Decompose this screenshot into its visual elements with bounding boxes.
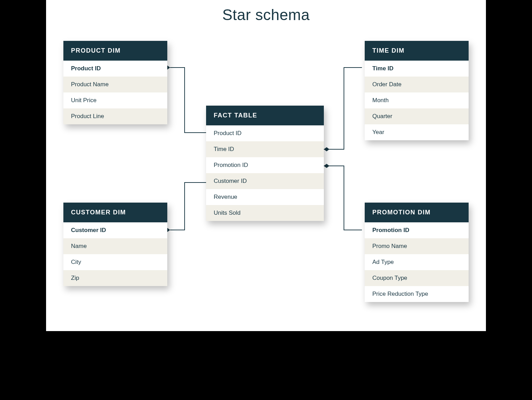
table-row: Product ID — [63, 61, 167, 77]
table-customer-dim: CUSTOMER DIM Customer ID Name City Zip — [63, 203, 167, 286]
table-row: Zip — [63, 270, 167, 286]
table-product-dim: PRODUCT DIM Product ID Product Name Unit… — [63, 41, 167, 124]
diagram-canvas: Star schema PRODUCT DIM Product ID Produ… — [46, 0, 486, 331]
table-row: Time ID — [365, 61, 469, 77]
table-row: Promo Name — [365, 238, 469, 254]
svg-marker-3 — [324, 164, 329, 168]
table-row: Product ID — [206, 125, 324, 141]
table-fact: FACT TABLE Product ID Time ID Promotion … — [206, 106, 324, 221]
table-row: Units Sold — [206, 205, 324, 221]
table-header: PRODUCT DIM — [63, 41, 167, 61]
table-header: FACT TABLE — [206, 106, 324, 125]
table-header: TIME DIM — [365, 41, 469, 61]
table-row: Month — [365, 92, 469, 108]
table-row: City — [63, 254, 167, 270]
table-row: Customer ID — [206, 173, 324, 189]
table-row: Customer ID — [63, 222, 167, 238]
table-row: Coupon Type — [365, 270, 469, 286]
diagram-title: Star schema — [46, 6, 486, 24]
table-row: Quarter — [365, 108, 469, 124]
table-row: Promotion ID — [206, 157, 324, 173]
table-time-dim: TIME DIM Time ID Order Date Month Quarte… — [365, 41, 469, 140]
table-row: Time ID — [206, 141, 324, 157]
table-row: Order Date — [365, 77, 469, 92]
table-row: Ad Type — [365, 254, 469, 270]
table-row: Unit Price — [63, 92, 167, 108]
table-row: Product Line — [63, 108, 167, 124]
table-header: PROMOTION DIM — [365, 203, 469, 222]
table-row: Revenue — [206, 189, 324, 205]
table-row: Year — [365, 124, 469, 140]
table-row: Promotion ID — [365, 222, 469, 238]
table-promotion-dim: PROMOTION DIM Promotion ID Promo Name Ad… — [365, 203, 469, 302]
svg-marker-2 — [324, 147, 329, 151]
table-header: CUSTOMER DIM — [63, 203, 167, 222]
table-row: Product Name — [63, 77, 167, 92]
table-row: Price Reduction Type — [365, 286, 469, 302]
table-row: Name — [63, 238, 167, 254]
